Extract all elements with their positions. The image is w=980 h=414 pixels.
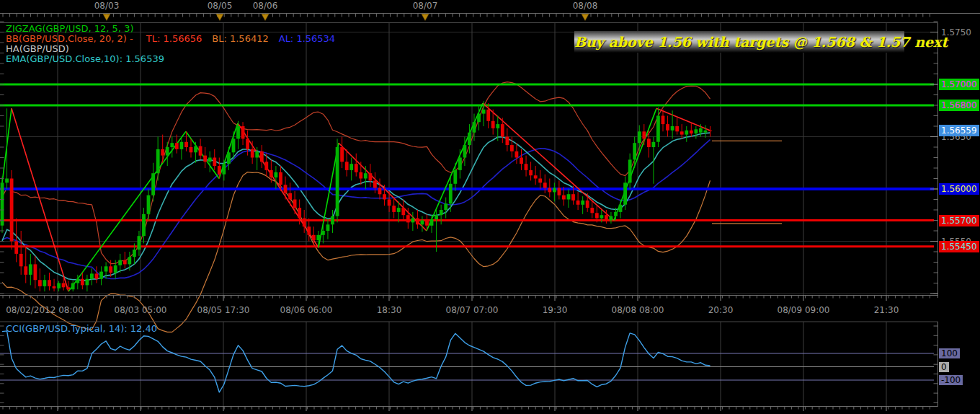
legend-zigzag-label: ZIGZAG(GBP/USD, 12, 5, 3) bbox=[6, 23, 133, 34]
x-axis-label: 19:30 bbox=[543, 305, 568, 315]
x-axis-label: 08/03 05:00 bbox=[115, 305, 167, 315]
indicator-legend: ZIGZAG(GBP/USD, 12, 5, 3) BB(GBP/USD.Clo… bbox=[6, 24, 345, 64]
legend-bb-label: BB(GBP/USD.Close, 20, 2) - bbox=[6, 33, 136, 44]
price-axis-tag: 1.55450 bbox=[939, 241, 979, 252]
price-axis-tag: 1.56000 bbox=[939, 183, 979, 195]
legend-ha-label: HA(GBP/USD) bbox=[6, 43, 69, 54]
top-axis-date-label: 08/03 bbox=[94, 1, 120, 11]
candles-layer bbox=[1, 101, 712, 291]
x-axis-label: 08/07 07:00 bbox=[446, 305, 499, 315]
price-axis-tag: 1.55700 bbox=[939, 215, 979, 226]
x-axis-label: 21:30 bbox=[874, 305, 899, 315]
legend-bollinger: BB(GBP/USD.Close, 20, 2) - TL: 1.56656BL… bbox=[6, 34, 345, 44]
legend-ema: EMA(GBP/USD.Close,10): 1.56539 bbox=[6, 54, 345, 64]
price-axis-tag: 1.56800 bbox=[939, 100, 979, 111]
top-axis-date-label: 08/06 bbox=[253, 1, 278, 11]
top-axis-date-label: 08/05 bbox=[208, 1, 233, 11]
price-axis-tag: 1.57000 bbox=[939, 79, 979, 90]
x-axis-label: 08/08 08:00 bbox=[612, 305, 664, 315]
cci-axis-tag: -100 bbox=[939, 375, 963, 385]
chart-annotation[interactable]: Buy above 1.56 with targets @ 1.568 & 1.… bbox=[574, 31, 904, 53]
top-axis-date-label: 08/07 bbox=[413, 1, 438, 11]
cci-axis-tag: 100 bbox=[939, 348, 960, 358]
trading-chart-window: ZIGZAG(GBP/USD, 12, 5, 3) BB(GBP/USD.Clo… bbox=[0, 0, 980, 414]
grid-layer bbox=[0, 23, 934, 407]
legend-bb-tl-value: TL: 1.56656 bbox=[146, 33, 202, 44]
legend-zigzag: ZIGZAG(GBP/USD, 12, 5, 3) bbox=[6, 24, 345, 34]
cci-axis-tag: 0 bbox=[939, 362, 949, 372]
bollinger-bands-layer bbox=[2, 82, 782, 332]
legend-bb-bl-value: BL: 1.56412 bbox=[212, 33, 268, 44]
legend-bb-al-value: AL: 1.56534 bbox=[279, 33, 335, 44]
x-axis-label: 08/02/2012 08:00 bbox=[6, 305, 84, 315]
legend-heikin-ashi: HA(GBP/USD) bbox=[6, 44, 345, 54]
x-axis-label: 20:30 bbox=[708, 305, 734, 315]
cci-level-lines bbox=[0, 353, 934, 380]
cci-indicator-label: CCI(GBP/USD.Typical, 14): 12.40 bbox=[6, 323, 157, 334]
price-axis-label: 1.5750 bbox=[941, 27, 971, 38]
cci-line-layer bbox=[2, 331, 710, 392]
legend-ema-label: EMA(GBP/USD.Close,10): 1.56539 bbox=[6, 53, 164, 64]
x-axis-label: 18:30 bbox=[377, 305, 402, 315]
last-price-tag: 1.56559 bbox=[939, 125, 979, 136]
support-resistance-lines[interactable] bbox=[0, 84, 934, 247]
top-axis-date-label: 08/08 bbox=[573, 1, 598, 11]
x-axis-label: 08/05 17:30 bbox=[197, 305, 250, 315]
x-axis-label: 08/09 09:00 bbox=[778, 305, 830, 315]
x-axis-label: 08/06 06:00 bbox=[280, 305, 333, 315]
